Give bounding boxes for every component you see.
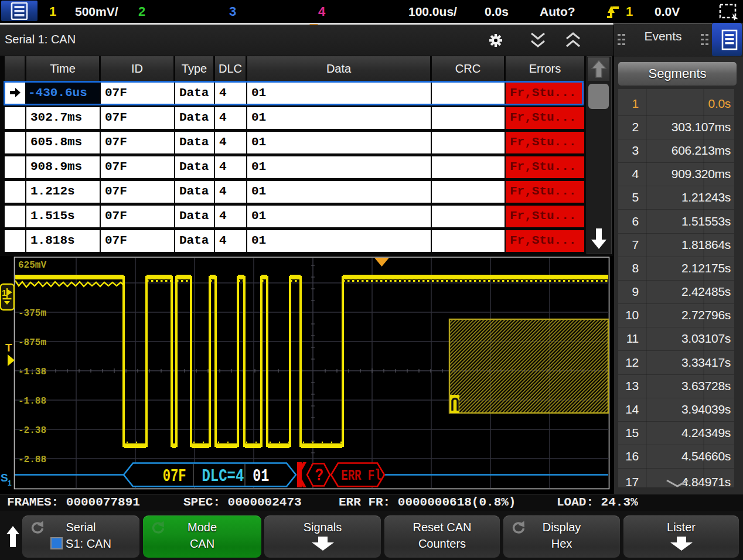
svg-text:T: T [5,342,12,354]
svg-text:-2.38: -2.38 [18,425,46,436]
svg-text:-2.88: -2.88 [18,455,46,465]
svg-text:-1.88: -1.88 [18,396,46,407]
svg-text:-375m: -375m [18,308,46,319]
svg-text:-1.38: -1.38 [18,367,46,377]
svg-text:1: 1 [2,288,6,298]
svg-text:01: 01 [253,466,269,486]
svg-text:DLC=4: DLC=4 [202,466,244,486]
svg-text:1: 1 [8,479,12,487]
svg-text:07F: 07F [163,466,186,486]
svg-text:ERR Fl: ERR Fl [341,467,381,484]
svg-text:-875m: -875m [18,337,46,348]
svg-text:?: ? [315,466,323,486]
svg-text:S: S [1,472,8,484]
svg-text:625mV: 625mV [18,260,46,271]
